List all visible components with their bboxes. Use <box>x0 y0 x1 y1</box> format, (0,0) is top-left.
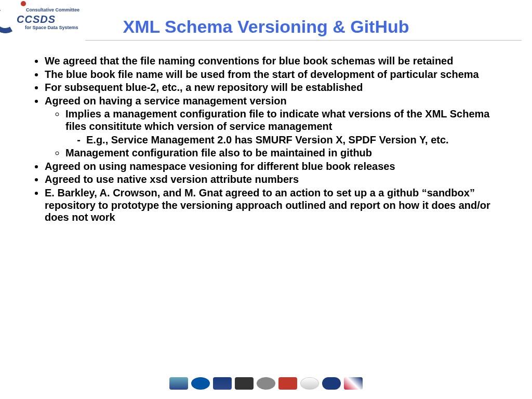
list-item-text: Implies a management configuration file … <box>65 108 489 132</box>
logo-line2: for Space Data Systems <box>25 25 78 30</box>
agency-logo-icon <box>169 377 188 390</box>
bullet-list: We agreed that the file naming conventio… <box>31 55 501 224</box>
agency-logo-icon <box>344 377 363 390</box>
list-item: Implies a management configuration file … <box>65 108 501 146</box>
agency-logo-icon <box>300 377 319 390</box>
subsub-list: E.g., Service Management 2.0 has SMURF V… <box>65 134 501 147</box>
agency-logo-icon <box>191 377 210 390</box>
agency-logo-icon <box>235 377 254 390</box>
title-rule <box>85 40 522 41</box>
list-item: E.g., Service Management 2.0 has SMURF V… <box>86 134 501 147</box>
list-item: We agreed that the file naming conventio… <box>45 55 501 68</box>
ccsds-logo: Consultative Committee CCSDS for Space D… <box>0 0 83 36</box>
list-item: E. Barkley, A. Crowson, and M. Gnat agre… <box>45 187 501 224</box>
logo-line1: Consultative Committee <box>26 7 79 12</box>
agency-logo-icon <box>322 377 341 390</box>
list-item: Agreed on using namespace vesioning for … <box>45 161 501 173</box>
agency-logo-icon <box>278 377 297 390</box>
list-item: Agreed on having a service management ve… <box>45 95 501 159</box>
agency-logo-icon <box>213 377 232 390</box>
slide-content: We agreed that the file naming conventio… <box>0 41 532 224</box>
list-item-text: Agreed on having a service management ve… <box>45 95 287 107</box>
list-item: Management configuration file also to be… <box>65 147 501 159</box>
list-item: Agreed to use native xsd version attribu… <box>45 174 501 186</box>
list-item: For subsequent blue-2, etc., a new repos… <box>45 82 501 94</box>
logo-main: CCSDS <box>17 14 56 25</box>
agency-logo-icon <box>257 377 275 390</box>
logo-dot-icon <box>21 1 26 6</box>
agency-logo-row <box>0 377 532 390</box>
sub-list: Implies a management configuration file … <box>45 108 501 159</box>
list-item: The blue book file name will be used fro… <box>45 69 501 81</box>
slide-header: Consultative Committee CCSDS for Space D… <box>0 0 532 41</box>
